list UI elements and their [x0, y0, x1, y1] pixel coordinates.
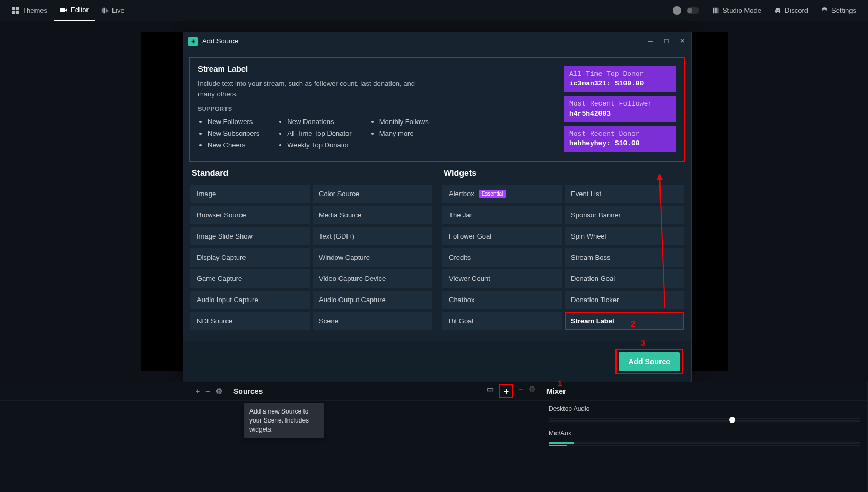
- avatar-icon: [673, 6, 681, 15]
- preview-card: All-Time Top Donoric3man321: $100.00: [564, 66, 676, 92]
- source-item[interactable]: Game Capture: [190, 269, 310, 288]
- minus-icon[interactable]: −: [205, 386, 210, 396]
- svg-point-13: [778, 10, 779, 11]
- source-item[interactable]: Image: [190, 184, 310, 203]
- source-item-alertbox[interactable]: Alertbox Essential: [442, 184, 562, 203]
- source-item[interactable]: NDI Source: [190, 312, 310, 330]
- nav-label: Editor: [71, 6, 89, 14]
- preview-card: Most Recent Followerh4r5h42003: [564, 96, 676, 121]
- category-widgets: Widgets Alertbox EssentialEvent ListThe …: [442, 169, 684, 330]
- source-item-stream-label[interactable]: Stream Label: [565, 312, 684, 330]
- preview-line1: Most Recent Donor: [569, 129, 671, 139]
- source-item[interactable]: Follower Goal: [442, 227, 562, 245]
- category-title: Widgets: [442, 169, 684, 178]
- camera-icon: [60, 6, 67, 14]
- gear-icon[interactable]: ⚙: [528, 384, 535, 398]
- panel-title: Mixer: [546, 387, 566, 396]
- annotation-box-3: Add Source: [615, 349, 683, 374]
- source-item[interactable]: Bit Goal: [442, 312, 562, 330]
- nav-studio-mode[interactable]: Studio Mode: [706, 0, 768, 21]
- panel-header: Sources ▭ + − ⚙: [228, 382, 541, 401]
- source-item[interactable]: Chatbox: [442, 291, 562, 309]
- source-item[interactable]: Text (GDI+): [313, 227, 432, 245]
- minus-icon[interactable]: −: [518, 384, 523, 398]
- plus-icon[interactable]: +: [195, 386, 200, 396]
- bottom-panels: + − ⚙ Sources ▭ + − ⚙ Add a new Source t…: [0, 382, 868, 492]
- source-item[interactable]: Audio Output Capture: [313, 291, 432, 309]
- minimize-icon[interactable]: ─: [647, 37, 654, 45]
- close-icon[interactable]: ✕: [679, 37, 686, 45]
- nav-label: Studio Mode: [723, 6, 761, 14]
- volume-slider[interactable]: [549, 442, 860, 446]
- svg-rect-0: [12, 7, 15, 10]
- nav-settings[interactable]: Settings: [814, 0, 863, 21]
- supports-item: Many more: [379, 128, 429, 139]
- nav-discord[interactable]: Discord: [768, 0, 814, 21]
- supports-item: Weekly Top Donator: [287, 139, 351, 151]
- supports-columns: New FollowersNew SubscribersNew Cheers N…: [198, 116, 548, 151]
- source-item[interactable]: The Jar: [442, 206, 562, 224]
- live-icon: [101, 7, 109, 14]
- nav-themes[interactable]: Themes: [5, 0, 54, 21]
- source-item[interactable]: Credits: [442, 248, 562, 267]
- source-item[interactable]: Stream Boss: [565, 248, 684, 267]
- source-item[interactable]: Donation Goal: [565, 269, 684, 288]
- source-item[interactable]: Window Capture: [313, 248, 432, 267]
- annotation-1: 1: [558, 379, 562, 388]
- maximize-icon[interactable]: □: [663, 37, 670, 45]
- user-toggle[interactable]: [666, 0, 706, 21]
- preview-cards: All-Time Top Donoric3man321: $100.00Most…: [564, 64, 676, 152]
- svg-rect-3: [16, 11, 19, 13]
- discord-icon: [774, 7, 782, 14]
- tooltip: Add a new Source to your Scene. Includes…: [244, 403, 324, 438]
- add-source-button[interactable]: Add Source: [619, 352, 680, 371]
- gear-icon[interactable]: ⚙: [215, 386, 222, 396]
- source-item[interactable]: Donation Ticker: [565, 291, 684, 309]
- nav-editor[interactable]: Editor: [54, 0, 95, 21]
- source-item[interactable]: Scene: [313, 312, 432, 330]
- supports-item: New Cheers: [207, 139, 259, 151]
- folder-icon[interactable]: ▭: [487, 384, 494, 398]
- source-item[interactable]: Video Capture Device: [313, 269, 432, 288]
- columns-icon: [712, 7, 719, 14]
- panel-mixer: Mixer Desktop Audio Mic/Aux: [541, 382, 868, 492]
- source-item[interactable]: Browser Source: [190, 206, 310, 224]
- top-navbar: Themes Editor Live Studio Mode: [0, 0, 868, 21]
- nav-label: Live: [112, 6, 125, 14]
- add-source-modal: ◉ Add Source ─ □ ✕ Stream Label Include …: [183, 32, 692, 382]
- source-item[interactable]: Viewer Count: [442, 269, 562, 288]
- source-label: Alertbox: [449, 190, 474, 198]
- source-item[interactable]: Media Source: [313, 206, 432, 224]
- category-title: Standard: [190, 169, 432, 178]
- toggle-icon: [687, 7, 699, 14]
- source-item[interactable]: Display Capture: [190, 248, 310, 267]
- nav-label: Discord: [785, 6, 808, 14]
- nav-live[interactable]: Live: [95, 0, 131, 21]
- source-item[interactable]: Sponsor Banner: [565, 206, 684, 224]
- volume-slider[interactable]: [549, 418, 860, 422]
- app-logo-icon: ◉: [188, 37, 198, 46]
- source-item[interactable]: Spin Wheel: [565, 227, 684, 245]
- themes-icon: [12, 7, 19, 14]
- add-source-icon[interactable]: +: [499, 384, 514, 398]
- mixer-label: Desktop Audio: [549, 405, 860, 412]
- level-meter: [549, 445, 567, 446]
- svg-rect-4: [60, 8, 65, 12]
- supports-item: New Donations: [287, 116, 351, 128]
- slider-thumb[interactable]: [729, 417, 735, 423]
- source-item[interactable]: Event List: [565, 184, 684, 203]
- detail-title: Stream Label: [198, 64, 548, 73]
- source-item[interactable]: Audio Input Capture: [190, 291, 310, 309]
- supports-item: New Followers: [207, 116, 259, 128]
- supports-item: New Subscribers: [207, 128, 259, 139]
- source-item[interactable]: Image Slide Show: [190, 227, 310, 245]
- preview-line2: h4r5h42003: [569, 109, 671, 119]
- nav-label: Settings: [831, 6, 856, 14]
- source-item[interactable]: Color Source: [313, 184, 432, 203]
- gear-icon: [821, 7, 828, 14]
- panel-title: Sources: [233, 387, 263, 396]
- supports-label: SUPPORTS: [198, 106, 548, 112]
- preview-line2: ic3man321: $100.00: [569, 79, 671, 89]
- svg-point-12: [776, 10, 777, 11]
- svg-rect-1: [16, 7, 19, 10]
